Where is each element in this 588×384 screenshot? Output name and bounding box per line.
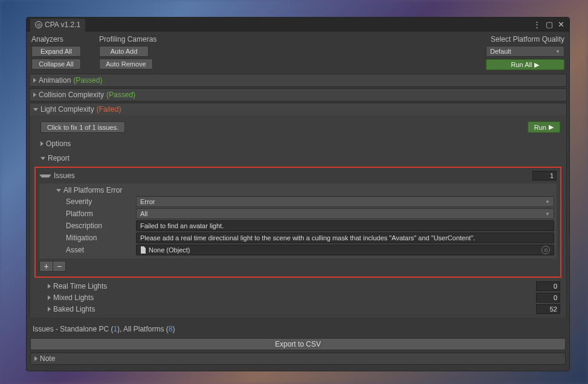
add-button[interactable]: + <box>39 261 53 272</box>
close-icon[interactable]: ✕ <box>557 20 566 29</box>
object-picker-icon[interactable]: ⊙ <box>541 246 550 254</box>
mitigation-field[interactable]: Please add a real time directional light… <box>136 232 554 243</box>
collision-section: Collision Complexity (Passed) <box>29 88 567 101</box>
severity-dropdown[interactable]: Error▼ <box>136 196 554 207</box>
expand-icon <box>48 295 51 300</box>
report-row[interactable]: Report <box>33 152 563 164</box>
baked-lights-row[interactable]: Baked Lights <box>33 303 563 315</box>
auto-remove-button[interactable]: Auto Remove <box>99 59 153 69</box>
light-section: Light Complexity (Failed) Click to fix 1… <box>29 103 567 318</box>
chevron-down-icon: ▼ <box>545 199 550 205</box>
run-all-button[interactable]: Run All▶ <box>486 59 564 70</box>
expand-icon <box>40 141 44 146</box>
mixed-count[interactable] <box>536 293 560 302</box>
window-title: CPA v1.2.1 <box>45 21 80 29</box>
menu-icon[interactable]: ⋮ <box>532 20 542 29</box>
chevron-down-icon: ▼ <box>555 49 560 54</box>
expand-icon <box>48 307 51 312</box>
expand-icon <box>33 78 36 83</box>
realtime-lights-row[interactable]: Real Time Lights <box>33 280 563 292</box>
footer: Issues - Standalone PC (1), All Platform… <box>27 320 569 371</box>
collision-header[interactable]: Collision Complexity (Passed) <box>30 89 566 101</box>
chevron-down-icon: ▼ <box>545 211 550 217</box>
platform-label: Platform <box>66 210 132 218</box>
status-passed: (Passed) <box>106 91 135 99</box>
issues-count-field[interactable] <box>532 171 557 181</box>
platform-dropdown[interactable]: All▼ <box>136 208 554 219</box>
list-controls: + − <box>39 261 557 272</box>
status-failed: (Failed) <box>97 105 121 114</box>
expand-all-button[interactable]: Expand All <box>31 46 81 57</box>
maximize-icon[interactable]: ▢ <box>544 20 554 29</box>
collapse-icon <box>33 108 38 111</box>
realtime-count[interactable] <box>536 281 560 291</box>
mitigation-label: Mitigation <box>66 234 132 242</box>
titlebar: ◎ CPA v1.2.1 ⋮ ▢ ✕ <box>27 18 569 31</box>
remove-button[interactable]: − <box>53 261 66 272</box>
issues-summary: Issues - Standalone PC (1), All Platform… <box>29 322 567 336</box>
collapse-icon <box>39 174 51 178</box>
analyzers-label: Analyzers <box>31 35 81 43</box>
asset-label: Asset <box>66 246 132 254</box>
asset-object-field[interactable]: None (Object) ⊙ <box>136 245 554 255</box>
quality-dropdown[interactable]: Default▼ <box>486 46 564 57</box>
play-icon: ▶ <box>534 61 539 69</box>
note-header[interactable]: Note <box>30 353 566 365</box>
collapse-all-button[interactable]: Collapse All <box>31 59 81 69</box>
cpa-panel: ◎ CPA v1.2.1 ⋮ ▢ ✕ Analyzers Expand All … <box>26 17 570 371</box>
issues-header[interactable]: Issues <box>39 170 557 181</box>
light-header[interactable]: Light Complexity (Failed) <box>30 103 566 115</box>
profiling-cameras-label: Profiling Cameras <box>99 35 157 43</box>
quality-label: Select Platform Quality <box>491 35 564 43</box>
auto-add-button[interactable]: Auto Add <box>99 46 149 57</box>
mixed-lights-row[interactable]: Mixed Lights <box>33 292 563 303</box>
run-button[interactable]: Run▶ <box>528 121 560 133</box>
expand-icon <box>34 356 37 361</box>
export-csv-button[interactable]: Export to CSV <box>30 338 566 350</box>
play-icon: ▶ <box>549 123 554 131</box>
target-icon: ◎ <box>35 21 42 28</box>
window-tab[interactable]: ◎ CPA v1.2.1 <box>30 19 85 31</box>
fix-issues-button[interactable]: Click to fix 1 of 1 issues. <box>40 121 125 133</box>
document-icon <box>140 246 146 254</box>
window-controls: ⋮ ▢ ✕ <box>532 20 566 29</box>
status-passed: (Passed) <box>73 76 102 85</box>
description-label: Description <box>66 222 132 230</box>
description-field[interactable]: Failed to find an avatar light. <box>136 220 554 231</box>
collapse-icon <box>40 157 45 160</box>
animation-section: Animation (Passed) <box>29 74 567 87</box>
animation-header[interactable]: Animation (Passed) <box>30 74 566 86</box>
baked-count[interactable] <box>536 304 560 314</box>
issue-header[interactable]: All Platforms Error <box>42 185 554 196</box>
options-row[interactable]: Options <box>33 138 563 150</box>
issues-highlight-box: Issues All Platforms Error Severity Erro… <box>34 167 561 278</box>
toolbar: Analyzers Expand All Collapse All Profil… <box>27 31 569 70</box>
analyzer-list[interactable]: Animation (Passed) Collision Complexity … <box>29 74 567 318</box>
collapse-icon <box>56 189 61 192</box>
expand-icon <box>48 284 51 289</box>
issue-item: All Platforms Error Severity Error▼ Plat… <box>39 184 557 258</box>
severity-label: Severity <box>66 197 132 206</box>
expand-icon <box>33 92 36 97</box>
